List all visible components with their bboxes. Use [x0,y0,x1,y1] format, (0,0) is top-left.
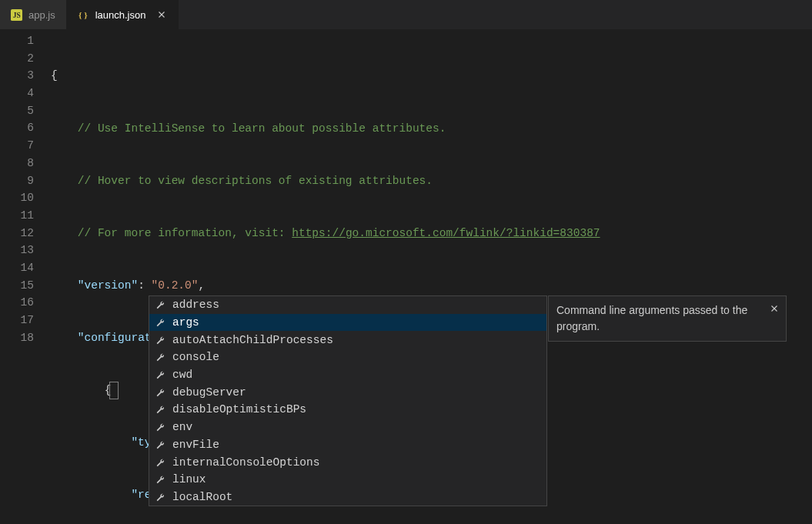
suggest-item[interactable]: env [149,419,546,436]
line-number: 1 [0,32,34,50]
json-braces-icon: { } [78,9,89,21]
tab-app-js[interactable]: JS app.js [0,0,67,29]
close-icon[interactable] [156,9,167,20]
wrench-icon [154,369,166,380]
suggest-item[interactable]: localRoot [149,489,546,506]
line-number: 7 [0,137,34,155]
line-number: 3 [0,67,34,85]
line-number: 13 [0,242,34,259]
wrench-icon [154,439,166,450]
suggest-item[interactable]: address [149,296,546,314]
line-number: 12 [0,225,34,242]
wrench-icon [154,492,166,502]
line-number: 8 [0,155,34,172]
suggest-item[interactable]: console [149,349,546,366]
line-number: 9 [0,172,34,190]
intellisense-detail-text: Command line arguments passed to the pro… [556,304,747,332]
line-number: 18 [0,329,34,347]
suggest-item-label: disableOptimisticBPs [172,403,306,416]
comment-url-link[interactable]: https://go.microsoft.com/fwlink/?linkid=… [292,227,600,239]
json-string: "0.2.0" [152,279,199,292]
intellisense-suggest-widget[interactable]: addressargsautoAttachChildProcessesconso… [149,295,547,506]
suggest-item[interactable]: autoAttachChildProcesses [149,331,546,349]
suggest-item[interactable]: debugServer [149,383,546,401]
suggest-item-label: debugServer [172,386,246,399]
suggest-item[interactable]: envFile [149,436,546,454]
suggest-item[interactable]: internalConsoleOptions [149,453,546,471]
suggest-item-label: localRoot [172,491,232,503]
wrench-icon [154,352,166,362]
suggest-item-label: autoAttachChildProcesses [172,334,333,346]
line-number: 6 [0,119,34,137]
wrench-icon [154,422,166,432]
wrench-icon [154,457,166,468]
comment: // For more information, visit: [78,227,292,239]
line-number: 15 [0,277,34,295]
brace: { [51,69,58,82]
line-number: 5 [0,102,34,120]
suggest-item-label: linux [172,473,206,486]
line-number: 4 [0,85,34,102]
comma: , [198,279,205,292]
suggest-item-label: args [172,316,199,329]
svg-text:{ }: { } [79,10,88,19]
line-number: 14 [0,259,34,277]
comment: // Use IntelliSense to learn about possi… [78,122,446,135]
line-number-gutter: 1 2 3 4 5 6 7 8 9 10 11 12 13 14 15 16 1… [0,32,51,524]
suggest-item[interactable]: cwd [149,366,546,384]
suggest-item-label: cwd [172,369,192,381]
wrench-icon [154,317,166,328]
wrench-icon [154,404,166,415]
suggest-item-label: env [172,421,192,433]
tab-launch-json[interactable]: { } launch.json [67,0,179,29]
js-file-icon: JS [11,9,22,21]
colon: : [138,279,145,292]
line-number: 16 [0,294,34,312]
wrench-icon [154,335,166,345]
tab-label: app.js [28,9,55,21]
suggest-item[interactable]: args [149,314,546,332]
suggest-item-label: envFile [172,439,219,451]
wrench-icon [154,299,166,310]
line-number: 2 [0,50,34,68]
suggest-item[interactable]: linux [149,471,546,489]
wrench-icon [154,387,166,398]
bracket-match-highlight [109,382,119,399]
json-key: "version" [78,279,138,292]
line-number: 10 [0,189,34,207]
line-number: 17 [0,312,34,329]
intellisense-detail-widget: Command line arguments passed to the pro… [548,295,787,342]
wrench-icon [154,474,166,485]
suggest-item-label: address [172,299,219,311]
line-number: 11 [0,207,34,225]
suggest-item[interactable]: disableOptimisticBPs [149,401,546,419]
suggest-item-label: console [172,351,219,363]
svg-text:JS: JS [13,12,21,19]
tab-label: launch.json [95,9,146,21]
editor-tabs-bar: JS app.js { } launch.json [0,0,812,29]
comment: // Hover to view descriptions of existin… [78,175,433,187]
suggest-item-label: internalConsoleOptions [172,456,319,469]
close-icon[interactable] [769,301,780,319]
